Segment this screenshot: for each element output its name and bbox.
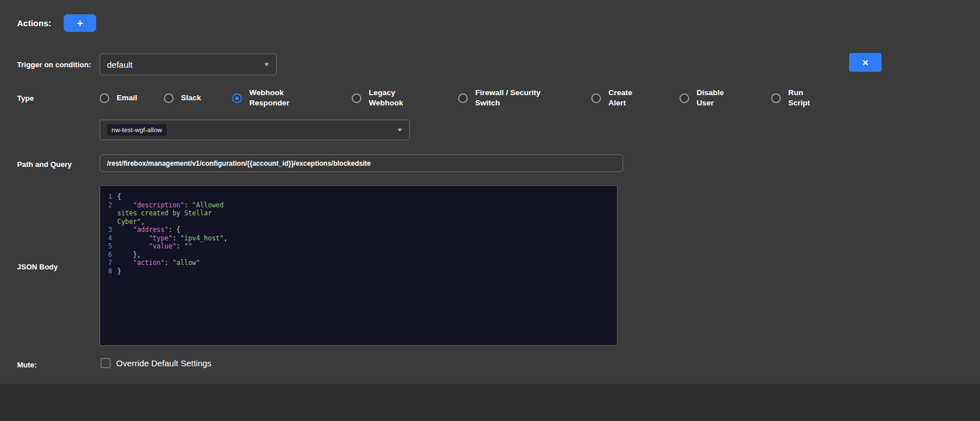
type-option-run-script[interactable]: Run Script	[771, 85, 810, 111]
type-option-disable-user[interactable]: Disable User	[680, 85, 771, 111]
actions-header: Actions: +	[17, 14, 96, 32]
code-content: "value": ""	[117, 242, 231, 251]
code-content: "description": "Allowed sites created by…	[117, 201, 231, 226]
code-line: 8 }	[100, 267, 617, 276]
type-option-webhook-responder[interactable]: Webhook Responder	[232, 85, 352, 111]
responder-select[interactable]: nw-test-wgf-allow ▼	[100, 120, 410, 140]
code-token: :	[176, 242, 184, 250]
bottom-band	[0, 384, 980, 421]
code-token: "action"	[133, 259, 164, 267]
code-token: "type"	[149, 234, 172, 242]
chevron-down-icon: ▼	[263, 62, 270, 67]
plus-icon: +	[77, 17, 83, 30]
type-option-label: Legacy Webhook	[369, 88, 403, 108]
code-token: "address"	[133, 226, 168, 234]
line-number: 8	[100, 267, 117, 276]
trigger-condition-value: default	[107, 60, 133, 70]
type-options: Email Slack Webhook Responder Legacy Web…	[100, 85, 810, 111]
code-token: :	[172, 234, 180, 242]
code-line: 5 "value": ""	[100, 242, 617, 251]
radio-icon[interactable]	[771, 93, 781, 103]
type-option-create-alert[interactable]: Create Alert	[591, 85, 680, 111]
mute-label: Mute:	[17, 361, 37, 369]
radio-icon[interactable]	[458, 93, 468, 103]
type-option-firewall-security-switch[interactable]: Firewall / Security Switch	[458, 85, 591, 111]
radio-icon[interactable]	[232, 93, 242, 103]
code-line: 2 "description": "Allowed sites created …	[100, 201, 617, 226]
type-option-label: Create Alert	[608, 88, 632, 108]
radio-icon[interactable]	[680, 93, 689, 103]
remove-action-button[interactable]: ✕	[849, 53, 882, 72]
code-content: "address": {	[117, 226, 231, 234]
code-token	[117, 242, 149, 250]
type-option-label: Webhook Responder	[249, 88, 290, 108]
chevron-down-icon: ▼	[396, 127, 403, 133]
code-token: :	[164, 259, 172, 267]
code-token: "description"	[133, 201, 184, 209]
add-action-button[interactable]: +	[64, 14, 96, 32]
radio-icon[interactable]	[352, 93, 361, 103]
type-option-label: Disable User	[697, 88, 724, 108]
code-token	[117, 201, 133, 209]
path-query-input[interactable]	[100, 154, 623, 172]
json-body-editor[interactable]: 1 { 2 "description": "Allowed sites crea…	[100, 185, 617, 346]
close-icon: ✕	[862, 58, 869, 67]
code-token: "ipv4_host"	[180, 234, 224, 242]
type-option-slack[interactable]: Slack	[164, 85, 232, 111]
code-content: }	[117, 267, 231, 276]
radio-icon[interactable]	[100, 93, 109, 103]
line-number: 3	[100, 226, 117, 234]
code-line: 7 "action": "allow"	[100, 259, 617, 267]
line-number: 2	[100, 201, 117, 226]
code-token: : {	[168, 226, 180, 234]
line-number: 4	[100, 234, 117, 243]
code-token: ""	[184, 242, 192, 250]
mute-row: Override Default Settings	[101, 358, 212, 368]
code-line: 3 "address": {	[100, 226, 617, 234]
code-line: 4 "type": "ipv4_host",	[100, 234, 617, 243]
json-body-label: JSON Body	[17, 263, 58, 271]
code-content: {	[117, 193, 231, 201]
code-content: "type": "ipv4_host",	[117, 234, 231, 243]
code-token: }	[117, 267, 121, 275]
code-content: "action": "allow"	[117, 259, 231, 267]
type-label: Type	[17, 94, 34, 103]
type-option-label: Email	[117, 93, 137, 103]
code-token: :	[184, 201, 192, 209]
code-token: },	[117, 251, 141, 259]
responder-selected-tag: nw-test-wgf-allow	[107, 124, 167, 136]
code-content: },	[117, 251, 231, 259]
radio-icon[interactable]	[591, 93, 601, 103]
path-query-label: Path and Query	[17, 160, 72, 169]
line-number: 7	[100, 259, 117, 267]
code-token	[117, 259, 133, 267]
radio-icon[interactable]	[164, 93, 174, 103]
code-token	[117, 234, 149, 242]
type-option-email[interactable]: Email	[100, 85, 164, 111]
type-option-label: Run Script	[788, 88, 810, 108]
line-number: 1	[100, 193, 117, 201]
trigger-condition-label: Trigger on condition:	[17, 60, 91, 69]
type-option-label: Slack	[181, 93, 201, 103]
code-token: ,	[141, 218, 145, 226]
code-token: ,	[224, 234, 228, 242]
line-number: 6	[100, 251, 117, 259]
code-token: "allow"	[172, 259, 200, 267]
override-default-settings-checkbox[interactable]	[101, 358, 110, 368]
code-line: 1 {	[100, 193, 617, 201]
type-option-legacy-webhook[interactable]: Legacy Webhook	[352, 85, 458, 111]
actions-label: Actions:	[17, 18, 51, 28]
code-token	[117, 226, 133, 234]
line-number: 5	[100, 242, 117, 251]
code-line: 6 },	[100, 251, 617, 259]
trigger-condition-select[interactable]: default ▼	[100, 54, 277, 75]
type-option-label: Firewall / Security Switch	[475, 88, 541, 108]
code-token: "value"	[149, 242, 176, 250]
code-token: {	[117, 193, 121, 201]
override-default-settings-label: Override Default Settings	[116, 358, 212, 368]
